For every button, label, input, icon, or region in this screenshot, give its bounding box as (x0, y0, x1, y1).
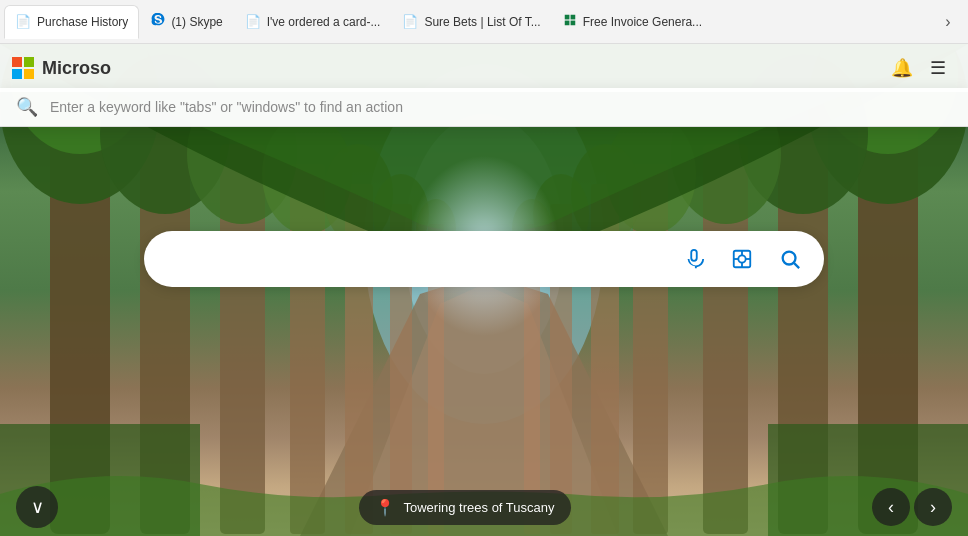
bottom-bar: ∨ 📍 Towering trees of Tuscany ‹ › (0, 478, 968, 536)
caption-text: Towering trees of Tuscany (403, 500, 554, 515)
menu-icon-button[interactable]: ☰ (920, 50, 956, 86)
tab-label-t2: (1) Skype (171, 15, 222, 29)
tab-t1[interactable]: 📄Purchase History (4, 5, 139, 39)
browser-main: 🔍 (0, 44, 968, 536)
tab-label-t1: Purchase History (37, 15, 128, 29)
tab-t2[interactable]: (1) Skype (141, 5, 232, 39)
tab-t3[interactable]: 📄I've ordered a card-... (235, 5, 391, 39)
svg-rect-3 (570, 21, 575, 26)
command-bar-overlay: 🔍 (0, 88, 968, 127)
caption-area: 📍 Towering trees of Tuscany (359, 490, 570, 525)
tab-icon-t1: 📄 (15, 14, 31, 29)
command-search-icon: 🔍 (16, 96, 38, 118)
tab-icon-t2 (151, 13, 165, 30)
tab-icon-t4: 📄 (402, 14, 418, 29)
microphone-icon[interactable] (676, 241, 712, 277)
tab-t5[interactable]: Free Invoice Genera... (553, 5, 712, 39)
tab-t4[interactable]: 📄Sure Bets | List Of T... (392, 5, 550, 39)
more-tabs-button[interactable]: › (932, 6, 964, 38)
center-search-bar (144, 231, 824, 287)
tab-label-t4: Sure Bets | List Of T... (424, 15, 540, 29)
location-pin-icon: 📍 (375, 498, 395, 517)
svg-line-46 (794, 263, 799, 268)
tab-icon-t3: 📄 (245, 14, 261, 29)
nav-bar: Microso 🔔 ☰ (0, 44, 968, 92)
brand-logo-area: Microso (12, 57, 111, 79)
tab-bar: 📄Purchase History(1) Skype📄I've ordered … (0, 0, 968, 44)
tab-label-t3: I've ordered a card-... (267, 15, 381, 29)
svg-rect-2 (564, 21, 569, 26)
scroll-down-button[interactable]: ∨ (16, 486, 58, 528)
prev-arrow-button[interactable]: ‹ (872, 488, 910, 526)
svg-rect-1 (570, 15, 575, 20)
nav-arrows: ‹ › (872, 488, 952, 526)
command-search-input[interactable] (50, 99, 952, 115)
center-search-input[interactable] (160, 250, 664, 268)
microsoft-logo (12, 57, 34, 79)
svg-point-40 (738, 255, 745, 262)
bell-icon-button[interactable]: 🔔 (884, 50, 920, 86)
tab-label-t5: Free Invoice Genera... (583, 15, 702, 29)
brand-name: Microso (42, 58, 111, 79)
next-arrow-button[interactable]: › (914, 488, 952, 526)
svg-point-45 (783, 252, 796, 265)
search-submit-icon[interactable] (772, 241, 808, 277)
visual-search-icon[interactable] (724, 241, 760, 277)
tab-icon-t5 (563, 13, 577, 30)
svg-rect-0 (564, 15, 569, 20)
